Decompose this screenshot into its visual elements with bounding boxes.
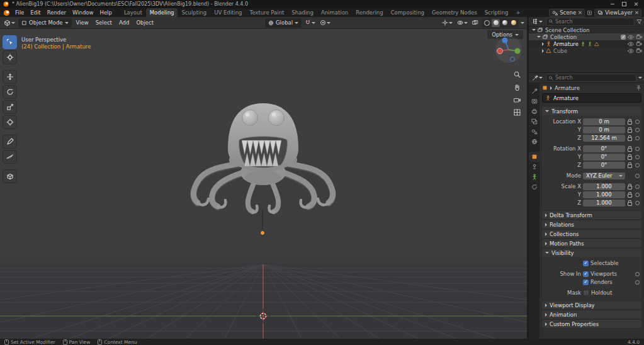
location-x-input[interactable]: 0 m — [583, 118, 625, 125]
exclude-checkbox[interactable] — [621, 35, 626, 40]
workspace-tab-scripting[interactable]: Scripting — [481, 8, 512, 17]
panel-animation[interactable]: Animation — [542, 310, 641, 319]
xray-button[interactable] — [471, 20, 480, 26]
close-button[interactable] — [633, 1, 639, 7]
camera-view-icon[interactable] — [513, 96, 521, 104]
toggle-ortho-icon[interactable] — [513, 108, 521, 116]
lock-scale-x-icon[interactable] — [627, 184, 633, 189]
scale-tool[interactable] — [3, 100, 17, 114]
shading-solid-button[interactable] — [492, 19, 500, 27]
tab-object[interactable] — [529, 152, 539, 162]
animate-location-x-dot[interactable] — [635, 120, 640, 124]
hide-eye-icon[interactable] — [628, 35, 634, 40]
add-workspace-button[interactable]: + — [512, 8, 524, 17]
expand-icon[interactable] — [542, 49, 544, 53]
show-viewports-checkbox[interactable] — [583, 271, 589, 277]
render-camera-icon[interactable] — [636, 41, 642, 47]
location-z-input[interactable]: 12.564 m — [583, 135, 625, 142]
expand-icon[interactable] — [542, 42, 544, 46]
workspace-tab-animation[interactable]: Animation — [317, 8, 352, 17]
panel-custom-properties[interactable]: Custom Properties — [542, 320, 641, 328]
outliner-row-cube[interactable]: Cube — [529, 47, 644, 54]
workspace-tab-compositing[interactable]: Compositing — [387, 8, 428, 17]
animate-scale-z-dot[interactable] — [635, 201, 640, 205]
lock-location-z-icon[interactable] — [627, 135, 633, 141]
snap-button[interactable] — [303, 20, 317, 26]
viewport-canvas[interactable]: User Perspective (24) Collection | Armat… — [0, 29, 527, 339]
outliner-row-collection[interactable]: Collection — [529, 33, 644, 40]
tab-tool[interactable] — [529, 86, 539, 96]
animate-rotation-mode-dot[interactable] — [635, 174, 640, 178]
scale-x-input[interactable]: 1.000 — [583, 183, 625, 190]
panel-relations[interactable]: Relations — [542, 220, 641, 229]
gizmo-y-axis[interactable] — [515, 48, 521, 54]
pan-hand-icon[interactable] — [513, 83, 521, 91]
breadcrumb-item[interactable]: Armature — [555, 85, 580, 91]
lock-rotation-z-icon[interactable] — [627, 162, 633, 168]
armature-bone[interactable] — [261, 210, 264, 234]
panel-transform-header[interactable]: Transform — [542, 107, 641, 115]
tab-world[interactable] — [529, 137, 539, 147]
viewport-menu-view[interactable]: View — [74, 20, 91, 26]
location-y-input[interactable]: 0 m — [583, 127, 625, 133]
hide-eye-icon[interactable] — [628, 42, 634, 47]
workspace-tab-uv-editing[interactable]: UV Editing — [210, 8, 246, 17]
editor-type-button[interactable] — [3, 20, 16, 26]
hide-eye-icon[interactable] — [628, 48, 634, 54]
lock-scale-y-icon[interactable] — [627, 192, 633, 198]
alien-model[interactable] — [193, 103, 333, 212]
animate-viewports-dot[interactable] — [635, 272, 640, 276]
transform-tool[interactable] — [3, 115, 17, 129]
tab-physics[interactable] — [529, 182, 539, 192]
tab-view-layer[interactable] — [529, 116, 539, 127]
panel-viewport-display[interactable]: Viewport Display — [542, 301, 641, 309]
animate-rotation-y-dot[interactable] — [635, 155, 640, 159]
expand-icon[interactable] — [532, 29, 536, 31]
menu-edit[interactable]: Edit — [27, 8, 43, 17]
lock-location-x-icon[interactable] — [627, 119, 633, 125]
tab-render[interactable] — [529, 96, 539, 106]
lock-location-y-icon[interactable] — [627, 127, 633, 133]
rotation-y-input[interactable]: 0° — [583, 154, 625, 161]
panel-collections[interactable]: Collections — [542, 230, 641, 238]
gizmo-z-axis[interactable] — [502, 38, 508, 43]
animate-renders-dot[interactable] — [635, 280, 640, 285]
transform-orientation-dropdown[interactable]: Global — [265, 18, 302, 28]
scene-selector[interactable]: Scene — [549, 9, 585, 17]
animate-rotation-x-dot[interactable] — [635, 147, 640, 151]
add-cube-tool[interactable] — [3, 169, 17, 183]
outliner-search[interactable] — [546, 18, 635, 26]
animate-rotation-z-dot[interactable] — [635, 163, 640, 167]
zoom-icon[interactable] — [513, 71, 521, 79]
menu-help[interactable]: Help — [96, 8, 115, 17]
viewport-menu-select[interactable]: Select — [93, 20, 115, 26]
filter-icon[interactable] — [636, 19, 642, 25]
move-tool[interactable] — [3, 70, 17, 84]
viewport-menu-add[interactable]: Add — [116, 20, 132, 26]
show-overlays-button[interactable] — [456, 20, 469, 26]
viewlayer-selector[interactable]: ViewLayer — [594, 9, 641, 17]
maximize-button[interactable] — [621, 1, 627, 7]
tab-scene[interactable] — [529, 127, 539, 137]
rotate-tool[interactable] — [3, 85, 17, 99]
shading-rendered-button[interactable] — [509, 19, 517, 27]
select-box-tool[interactable] — [3, 35, 17, 49]
measure-tool[interactable] — [3, 150, 17, 164]
rotation-z-input[interactable]: 0° — [583, 162, 625, 169]
tab-constraints[interactable] — [529, 162, 539, 172]
unlink-scene-icon[interactable] — [578, 11, 582, 14]
properties-filter-arrow-icon[interactable] — [638, 77, 642, 79]
viewport-menu-object[interactable]: Object — [133, 20, 156, 26]
minimize-button[interactable] — [609, 1, 615, 7]
annotate-tool[interactable] — [3, 135, 17, 149]
selectable-checkbox[interactable] — [583, 261, 589, 266]
properties-search[interactable] — [546, 74, 636, 82]
animate-location-y-dot[interactable] — [635, 128, 640, 132]
panel-motion-paths[interactable]: Motion Paths — [542, 239, 641, 247]
render-camera-icon[interactable] — [636, 34, 642, 40]
workspace-tab-modeling[interactable]: Modeling — [146, 8, 178, 17]
workspace-tab-geometry-nodes[interactable]: Geometry Nodes — [428, 8, 481, 17]
workspace-tab-sculpting[interactable]: Sculpting — [178, 8, 210, 17]
workspace-tab-layout[interactable]: Layout — [120, 8, 146, 17]
show-renders-checkbox[interactable] — [583, 280, 589, 285]
